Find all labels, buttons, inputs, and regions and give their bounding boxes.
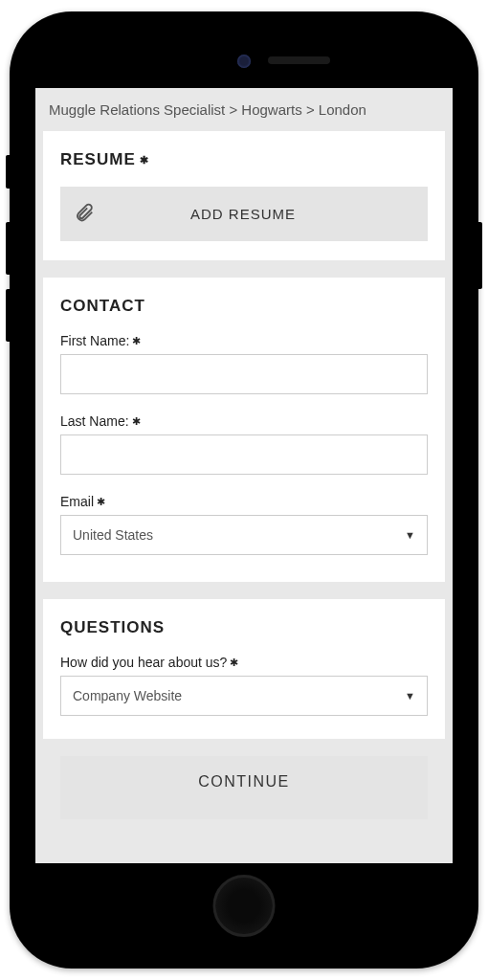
continue-button[interactable]: CONTINUE: [60, 756, 428, 819]
hear-about-value: Company Website: [73, 688, 182, 703]
breadcrumb: Muggle Relations Specialist > Hogwarts >…: [43, 98, 445, 131]
contact-section: CONTACT First Name: Last Name: Email Uni…: [43, 278, 445, 582]
questions-section: QUESTIONS How did you hear about us? Com…: [43, 599, 445, 739]
add-resume-button[interactable]: ADD RESUME: [60, 187, 428, 241]
home-button[interactable]: [213, 875, 276, 937]
hear-about-select[interactable]: Company Website ▼: [60, 676, 428, 716]
last-name-input[interactable]: [60, 434, 428, 475]
last-name-label: Last Name:: [60, 413, 428, 429]
email-label: Email: [60, 494, 428, 509]
email-country-value: United States: [73, 527, 153, 543]
add-resume-label: ADD RESUME: [190, 206, 296, 222]
resume-section: RESUME ADD RESUME: [43, 131, 445, 260]
questions-title: QUESTIONS: [60, 618, 428, 637]
resume-title: RESUME: [60, 150, 428, 169]
hear-about-label: How did you hear about us?: [60, 655, 428, 670]
caret-down-icon: ▼: [405, 690, 415, 702]
first-name-label: First Name:: [60, 333, 428, 348]
phone-frame: Muggle Relations Specialist > Hogwarts >…: [10, 11, 478, 969]
email-country-select[interactable]: United States ▼: [60, 515, 428, 555]
phone-camera: [237, 55, 251, 68]
caret-down-icon: ▼: [405, 529, 415, 541]
first-name-input[interactable]: [60, 354, 428, 394]
app-screen: Muggle Relations Specialist > Hogwarts >…: [35, 88, 453, 863]
contact-title: CONTACT: [60, 297, 428, 316]
paperclip-icon: [74, 202, 95, 226]
phone-speaker: [268, 56, 330, 64]
